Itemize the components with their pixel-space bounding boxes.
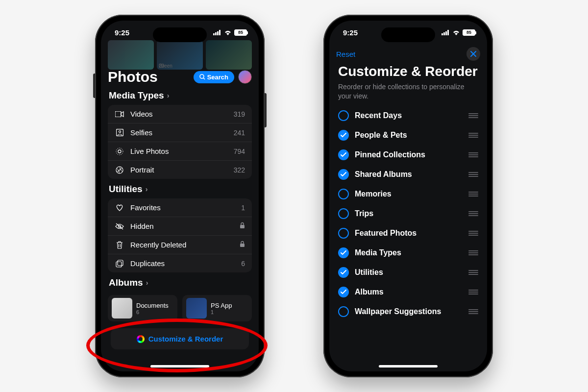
reorder-item[interactable]: Recent Days — [335, 106, 481, 125]
svg-rect-0 — [213, 33, 215, 35]
home-indicator[interactable] — [150, 365, 209, 368]
section-albums[interactable]: Albums › — [109, 277, 251, 288]
reorder-item-label: Utilities — [355, 268, 463, 277]
battery-icon: 85 — [234, 29, 247, 36]
toggle-checkbox[interactable] — [338, 287, 349, 297]
svg-rect-2 — [217, 31, 219, 35]
toggle-checkbox[interactable] — [338, 110, 349, 121]
profile-avatar[interactable] — [238, 70, 252, 84]
drag-handle-icon[interactable] — [468, 211, 478, 216]
chevron-right-icon: › — [146, 279, 148, 287]
library-thumb[interactable] — [206, 40, 252, 70]
eye-slash-icon — [115, 223, 124, 230]
chevron-right-icon: › — [146, 185, 148, 193]
drag-handle-icon[interactable] — [468, 309, 478, 314]
album-thumbnail — [112, 298, 132, 318]
customize-reorder-button[interactable]: Customize & Reorder — [111, 328, 249, 349]
drag-handle-icon[interactable] — [468, 270, 478, 275]
reorder-item[interactable]: Albums — [335, 282, 481, 302]
search-icon — [199, 74, 205, 80]
wifi-icon — [224, 29, 232, 35]
toggle-checkbox[interactable] — [338, 169, 349, 180]
signal-icon — [213, 30, 221, 35]
search-label: Search — [207, 74, 228, 81]
section-utilities[interactable]: Utilities › — [109, 184, 251, 195]
row-videos[interactable]: Videos 319 — [108, 105, 252, 123]
row-portrait[interactable]: Portrait 322 — [108, 161, 252, 179]
row-live-photos[interactable]: Live Photos 794 — [108, 142, 252, 161]
heart-icon — [115, 204, 124, 211]
utilities-list: Favorites 1 Hidden Recently Deleted Dupl… — [108, 198, 252, 272]
svg-rect-14 — [240, 225, 245, 228]
home-indicator[interactable] — [379, 365, 438, 368]
svg-rect-21 — [443, 32, 445, 35]
drag-handle-icon[interactable] — [468, 290, 478, 294]
reorder-item[interactable]: Featured Photos — [335, 223, 481, 243]
toggle-checkbox[interactable] — [338, 306, 349, 317]
phone-photos: 9:25 85 Green20 1,294 Photos — [95, 15, 265, 377]
reorder-item[interactable]: Memories — [335, 184, 481, 204]
person-square-icon — [115, 129, 124, 136]
reorder-item-label: Featured Photos — [355, 229, 463, 238]
signal-icon — [441, 30, 450, 35]
toggle-checkbox[interactable] — [338, 149, 349, 160]
toggle-checkbox[interactable] — [338, 228, 349, 239]
media-types-list: Videos 319 Selfies 241 Live Photos 794 P… — [108, 105, 252, 179]
toggle-checkbox[interactable] — [338, 189, 349, 199]
drag-handle-icon[interactable] — [468, 133, 478, 138]
reorder-list: Recent Days People & Pets Pinned Collect… — [331, 106, 485, 321]
square-on-square-icon — [115, 260, 124, 268]
library-thumb[interactable]: Green20 — [157, 40, 203, 70]
row-selfies[interactable]: Selfies 241 — [108, 123, 252, 142]
reorder-item[interactable]: Pinned Collections — [335, 145, 481, 165]
toggle-checkbox[interactable] — [338, 267, 349, 278]
row-duplicates[interactable]: Duplicates 6 — [108, 254, 252, 272]
album-thumbnail — [186, 298, 207, 318]
drag-handle-icon[interactable] — [468, 231, 478, 236]
library-thumb[interactable] — [108, 40, 154, 70]
svg-rect-1 — [215, 32, 217, 35]
reorder-item-label: Media Types — [355, 248, 463, 257]
battery-icon: 85 — [463, 29, 475, 36]
library-preview-strip: Green20 1,294 — [108, 40, 252, 70]
reorder-item[interactable]: Utilities — [335, 263, 481, 282]
album-item[interactable]: PS App 1 — [182, 295, 252, 321]
reorder-item-label: People & Pets — [355, 131, 463, 140]
row-hidden[interactable]: Hidden — [108, 217, 252, 236]
app-title: Photos — [108, 69, 158, 85]
reorder-item-label: Shared Albums — [355, 170, 463, 179]
reorder-item-label: Trips — [355, 209, 463, 218]
drag-handle-icon[interactable] — [468, 172, 478, 177]
row-favorites[interactable]: Favorites 1 — [108, 198, 252, 217]
reorder-item-label: Memories — [355, 190, 463, 198]
video-icon — [115, 111, 124, 117]
aperture-icon — [115, 166, 124, 174]
reorder-item[interactable]: Wallpaper Suggestions — [335, 302, 481, 321]
svg-rect-23 — [447, 30, 449, 35]
close-button[interactable] — [466, 47, 480, 61]
color-wheel-icon — [137, 335, 145, 343]
search-button[interactable]: Search — [194, 71, 234, 83]
toggle-checkbox[interactable] — [338, 208, 349, 219]
svg-rect-20 — [441, 33, 443, 35]
lock-icon — [240, 222, 245, 230]
row-recently-deleted[interactable]: Recently Deleted — [108, 236, 252, 254]
album-item[interactable]: Documents 6 — [108, 295, 177, 321]
drag-handle-icon[interactable] — [468, 152, 478, 157]
reorder-item[interactable]: Media Types — [335, 243, 481, 263]
svg-rect-19 — [116, 262, 122, 267]
trash-icon — [115, 241, 124, 249]
reorder-item-label: Pinned Collections — [355, 150, 463, 159]
chevron-right-icon: › — [167, 92, 170, 99]
drag-handle-icon[interactable] — [468, 113, 478, 118]
reorder-item[interactable]: People & Pets — [335, 125, 481, 145]
reorder-item[interactable]: Shared Albums — [335, 165, 481, 184]
toggle-checkbox[interactable] — [338, 247, 349, 258]
drag-handle-icon[interactable] — [468, 192, 478, 196]
section-media-types[interactable]: Media Types › — [109, 90, 251, 101]
reset-button[interactable]: Reset — [336, 50, 355, 58]
reorder-item[interactable]: Trips — [335, 204, 481, 223]
drag-handle-icon[interactable] — [468, 250, 478, 255]
status-time: 9:25 — [115, 28, 129, 37]
toggle-checkbox[interactable] — [338, 130, 349, 141]
